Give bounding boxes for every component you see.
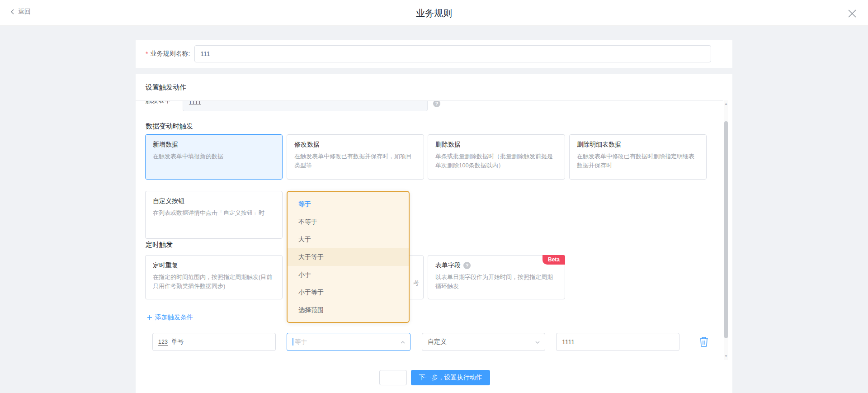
card-title: 删除数据 (435, 141, 557, 149)
add-condition-label: 添加触发条件 (155, 313, 193, 322)
condition-value-input[interactable] (562, 338, 674, 346)
trigger-section: 设置触发动作 触发表单 数据变动时触发 新增数据 在触发表单中填报新的数据 修改… (136, 74, 732, 393)
help-icon[interactable] (463, 262, 471, 269)
rule-name-section: * 业务规则名称: (136, 40, 732, 68)
trigger-card-delete-data[interactable]: 删除数据 单条或批量删除数据时（批量删除触发前提是单次删除100条数据以内） (428, 134, 565, 180)
dropdown-option-greater[interactable]: 大于 (288, 231, 409, 248)
trigger-card-timed-repeat[interactable]: 定时重复 在指定的时间范围内，按照指定周期触发(目前只用作考勤类插件数据同步) (145, 255, 283, 299)
next-step-button[interactable]: 下一步，设置执行动作 (411, 370, 490, 385)
trigger-section-title: 设置触发动作 (146, 83, 186, 92)
beta-badge: Beta (542, 255, 565, 265)
rule-name-label: 业务规则名称: (150, 50, 190, 58)
scrollbar-thumb[interactable] (724, 121, 728, 338)
hidden-card-text-fragment: 考 (413, 279, 419, 287)
condition-operator-select[interactable]: 等于 (287, 333, 410, 351)
condition-value-input-wrap (556, 333, 679, 351)
trash-icon[interactable] (699, 336, 709, 347)
page-title: 业务规则 (0, 7, 868, 19)
trigger-card-add-data[interactable]: 新增数据 在触发表单中填报新的数据 (145, 134, 283, 180)
trigger-form-label: 触发表单 (146, 100, 171, 105)
footer-divider (136, 362, 732, 362)
card-desc: 在触发表单中填报新的数据 (153, 152, 275, 161)
operator-placeholder: 等于 (295, 338, 307, 346)
dropdown-option-not-equals[interactable]: 不等于 (288, 213, 409, 231)
cancel-button[interactable] (379, 370, 407, 385)
help-icon[interactable] (433, 100, 440, 107)
card-desc: 以表单日期字段作为开始时间，按照指定周期循环触发 (435, 273, 557, 291)
card-desc: 在触发表单中修改已有数据时删除指定明细表数据并保存时 (577, 152, 699, 170)
dropdown-option-equals[interactable]: 等于 (288, 195, 409, 213)
trigger-card-modify-data[interactable]: 修改数据 在触发表单中修改已有数据并保存时，如项目类型等 (287, 134, 424, 180)
close-icon[interactable] (846, 8, 858, 19)
scroll-down-icon[interactable]: ▼ (724, 354, 728, 359)
trigger-card-custom-button[interactable]: 自定义按钮 在列表或数据详情中点击「自定义按钮」时 (145, 191, 283, 239)
rule-name-input[interactable] (194, 45, 711, 62)
text-caret (292, 338, 293, 346)
trigger-card-form-field[interactable]: Beta 表单字段 以表单日期字段作为开始时间，按照指定周期循环触发 (428, 255, 565, 299)
timed-trigger-title: 定时触发 (146, 241, 173, 249)
data-change-title: 数据变动时触发 (146, 122, 193, 131)
card-title: 定时重复 (153, 261, 275, 270)
card-desc: 在触发表单中修改已有数据并保存时，如项目类型等 (294, 152, 416, 170)
dropdown-option-less[interactable]: 小于 (288, 266, 409, 284)
number-field-type-icon: 123 (158, 339, 168, 346)
condition-value-type-select[interactable]: 自定义 (422, 333, 545, 351)
card-title: 新增数据 (153, 141, 275, 149)
chevron-down-icon (535, 340, 540, 345)
chevron-up-icon (400, 340, 406, 345)
card-desc: 单条或批量删除数据时（批量删除触发前提是单次删除100条数据以内） (435, 152, 557, 170)
plus-icon (147, 315, 152, 320)
operator-dropdown: 等于 不等于 大于 大于等于 小于 小于等于 选择范围 (287, 191, 410, 323)
card-desc: 在列表或数据详情中点击「自定义按钮」时 (153, 208, 275, 218)
required-mark: * (146, 50, 148, 57)
top-bar: 返回 业务规则 (0, 0, 868, 26)
scroll-up-icon[interactable]: ▲ (724, 101, 728, 107)
dropdown-option-less-equal[interactable]: 小于等于 (288, 284, 409, 301)
card-title: 删除明细表数据 (577, 141, 699, 149)
condition-field-label: 单号 (171, 338, 184, 346)
trigger-form-input[interactable] (183, 100, 428, 111)
value-type-label: 自定义 (428, 338, 447, 346)
dropdown-option-greater-equal[interactable]: 大于等于 (288, 248, 409, 266)
trigger-card-delete-subtable-data[interactable]: 删除明细表数据 在触发表单中修改已有数据时删除指定明细表数据并保存时 (569, 134, 707, 180)
dropdown-option-range[interactable]: 选择范围 (288, 301, 409, 319)
condition-field-select[interactable]: 123 单号 (152, 333, 276, 351)
vertical-scrollbar[interactable]: ▲ ▼ (724, 100, 728, 360)
card-title: 自定义按钮 (153, 197, 275, 205)
trigger-scroll-area: 触发表单 数据变动时触发 新增数据 在触发表单中填报新的数据 修改数据 在触发表… (136, 100, 723, 360)
card-title: 修改数据 (294, 141, 416, 149)
card-desc: 在指定的时间范围内，按照指定周期触发(目前只用作考勤类插件数据同步) (153, 273, 275, 291)
card-title: 表单字段 (435, 261, 461, 270)
add-condition-link[interactable]: 添加触发条件 (147, 313, 193, 322)
